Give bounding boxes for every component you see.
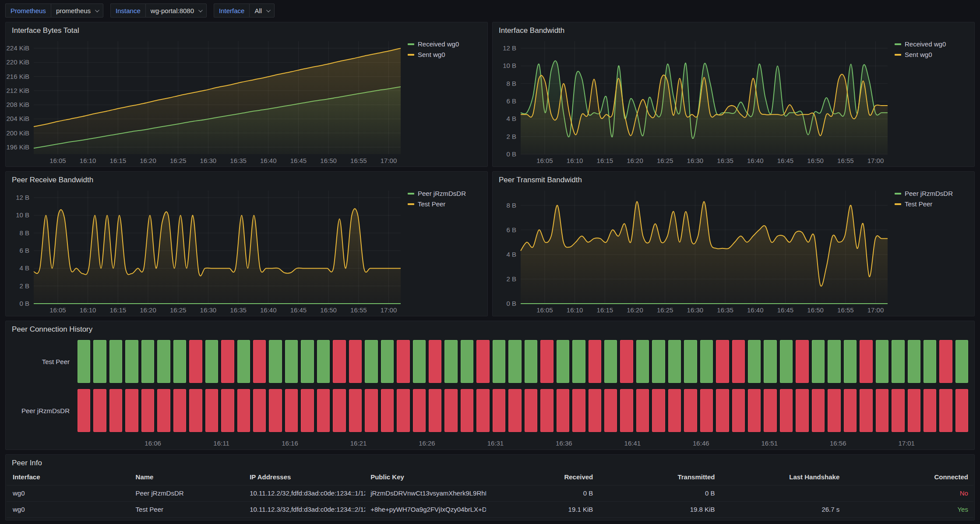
table-cell: +8he+pyWH7Oa9g2FVjIxQzy04brLX+D [365, 502, 486, 517]
interface-bytes-chart[interactable]: 196 KiB200 KiB204 KiB208 KiB212 KiB216 K… [6, 36, 404, 166]
panel-title[interactable]: Interface Bandwidth [493, 22, 974, 36]
x-tick-label: 16:15 [110, 157, 127, 164]
panel-title[interactable]: Peer Info [6, 455, 974, 468]
legend-item[interactable]: Received wg0 [408, 40, 484, 48]
panel-title[interactable]: Interface Bytes Total [6, 22, 487, 36]
timeline-state-bar [557, 389, 569, 432]
timeline-state-bar [955, 340, 968, 383]
timeline-state-bar [764, 340, 776, 383]
variable-value-instance-dropdown[interactable]: wg-portal:8080 [145, 4, 207, 18]
legend-item[interactable]: Test Peer [895, 200, 971, 208]
timeline-state-bar [141, 340, 154, 383]
timeline-state-bar [939, 389, 952, 432]
timeline-bars [78, 340, 968, 383]
timeline-state-bar [924, 340, 936, 383]
x-tick-label: 16:25 [170, 157, 187, 164]
x-tick-label: 16:05 [49, 306, 66, 314]
timeline-state-bar [493, 389, 505, 432]
table-header-cell[interactable]: IP Addresses [244, 469, 365, 485]
timeline-row: Test Peer [12, 340, 968, 383]
x-tick-label: 16:06 [145, 439, 161, 447]
x-tick-label: 16:40 [260, 157, 277, 164]
x-tick-label: 16:45 [290, 157, 307, 164]
x-tick-label: 16:20 [627, 157, 643, 164]
table-header-cell[interactable]: Connected [845, 469, 973, 485]
panel-title[interactable]: Peer Receive Bandwidth [6, 172, 487, 185]
panel-peer-connection-history: Peer Connection History Test PeerPeer jR… [5, 321, 975, 450]
panel-title[interactable]: Peer Connection History [6, 321, 974, 335]
timeline-state-bar [525, 389, 537, 432]
timeline-state-bar [461, 389, 473, 432]
variable-label-prometheus: Prometheus [5, 4, 51, 18]
timeline-state-bar [955, 389, 968, 432]
x-tick-label: 16:35 [717, 157, 733, 164]
grafana-dashboard: Prometheus prometheus Instance wg-portal… [0, 0, 980, 524]
peer-receive-chart[interactable]: 0 B2 B4 B6 B8 B10 B12 B16:0516:1016:1516… [6, 185, 404, 316]
y-tick-label: 12 B [16, 194, 29, 201]
timeline-state-bar [652, 389, 665, 432]
x-tick-label: 16:11 [213, 439, 229, 447]
timeline-state-bar [109, 389, 122, 432]
y-tick-label: 6 B [506, 226, 516, 234]
timeline-state-bar [540, 389, 553, 432]
timeline-state-bar [253, 389, 266, 432]
table-cell: 19.1 KiB [486, 502, 598, 517]
table-header-cell[interactable]: Transmitted [598, 469, 720, 485]
table-header-cell[interactable]: Received [486, 469, 598, 485]
timeline-state-bar [892, 389, 904, 432]
legend-item[interactable]: Test Peer [408, 200, 484, 208]
legend-series-label: Test Peer [905, 200, 932, 208]
state-timeline-chart[interactable]: Test PeerPeer jRzmDsDR16:0616:1116:1616:… [6, 335, 974, 450]
x-tick-label: 16:05 [49, 157, 66, 164]
x-tick-label: 16:10 [80, 157, 96, 164]
legend-item[interactable]: Received wg0 [895, 40, 971, 48]
timeline-state-bar [844, 389, 857, 432]
variable-value-prometheus-dropdown[interactable]: prometheus [51, 4, 103, 18]
x-tick-label: 16:46 [693, 439, 709, 447]
table-cell: Peer jRzmDsDR [130, 485, 245, 501]
table-header-cell[interactable]: Public Key [365, 469, 486, 485]
timeline-state-bar [78, 340, 90, 383]
y-tick-label: 10 B [16, 211, 29, 219]
timeline-state-bar [301, 389, 314, 432]
x-tick-label: 16:55 [837, 157, 854, 164]
timeline-state-bar [285, 389, 298, 432]
y-tick-label: 4 B [19, 264, 29, 272]
interface-bandwidth-chart[interactable]: 0 B2 B4 B6 B8 B10 B12 B16:0516:1016:1516… [493, 36, 891, 166]
variable-value-text: All [254, 7, 262, 14]
x-tick-label: 16:10 [80, 306, 96, 314]
legend-item[interactable]: Sent wg0 [408, 51, 484, 58]
timeline-state-bar [285, 340, 298, 383]
timeline-row: Peer jRzmDsDR [12, 389, 968, 432]
timeline-state-bar [860, 340, 872, 383]
table-header-cell[interactable]: Interface [7, 469, 130, 485]
timeline-state-bar [748, 389, 761, 432]
legend-item[interactable]: Sent wg0 [895, 51, 971, 58]
legend-item[interactable]: Peer jRzmDsDR [408, 190, 484, 197]
timeline-state-bar [508, 389, 521, 432]
table-header-row: InterfaceNameIP AddressesPublic KeyRecei… [7, 469, 973, 485]
y-tick-label: 4 B [506, 251, 516, 258]
variable-value-interface-dropdown[interactable]: All [249, 4, 275, 18]
timeline-state-bar [908, 389, 920, 432]
table-header-cell[interactable]: Last Handshake [720, 469, 845, 485]
legend-series-label: Sent wg0 [905, 51, 932, 58]
timeline-state-bar [604, 340, 617, 383]
timeline-state-bar [109, 340, 122, 383]
timeline-state-bar [764, 389, 776, 432]
timeline-state-bar [221, 340, 234, 383]
table-cell: 10.11.12.3/32,fdfd:d3ad:c0de:1234::2/128 [244, 502, 365, 517]
timeline-state-bar [381, 389, 394, 432]
timeline-state-bar [700, 389, 713, 432]
x-tick-label: 16:40 [747, 306, 764, 314]
legend-item[interactable]: Peer jRzmDsDR [895, 190, 971, 197]
panel-title[interactable]: Peer Transmit Bandwidth [493, 172, 974, 185]
table-cell [720, 485, 845, 501]
series-line [34, 209, 401, 276]
timeline-state-bar [636, 340, 649, 383]
table-header-cell[interactable]: Name [130, 469, 245, 485]
peer-transmit-chart[interactable]: 0 B2 B4 B6 B8 B16:0516:1016:1516:2016:25… [493, 185, 891, 316]
timeline-state-bar [444, 340, 457, 383]
x-tick-label: 17:00 [381, 306, 397, 314]
x-tick-label: 17:00 [381, 157, 397, 164]
